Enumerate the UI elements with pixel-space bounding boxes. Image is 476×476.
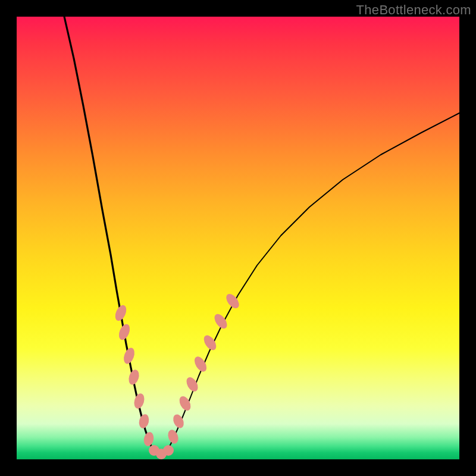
curve-svg — [17, 17, 459, 459]
chart-frame: TheBottleneck.com — [0, 0, 476, 476]
marker-left-2 — [122, 346, 137, 365]
marker-bottom-9 — [163, 445, 174, 456]
marker-right-10 — [166, 428, 180, 445]
marker-left-0 — [113, 303, 129, 322]
watermark-text: TheBottleneck.com — [356, 2, 471, 18]
marker-left-3 — [127, 368, 140, 386]
series-curve-right — [169, 113, 459, 447]
marker-left-1 — [117, 322, 131, 342]
marker-left-5 — [137, 413, 150, 429]
curve-markers — [113, 292, 242, 459]
marker-left-6 — [143, 431, 155, 447]
marker-left-4 — [133, 392, 146, 409]
series-curve-left — [64, 17, 152, 447]
curve-paths — [64, 17, 459, 455]
plot-area — [17, 17, 459, 459]
